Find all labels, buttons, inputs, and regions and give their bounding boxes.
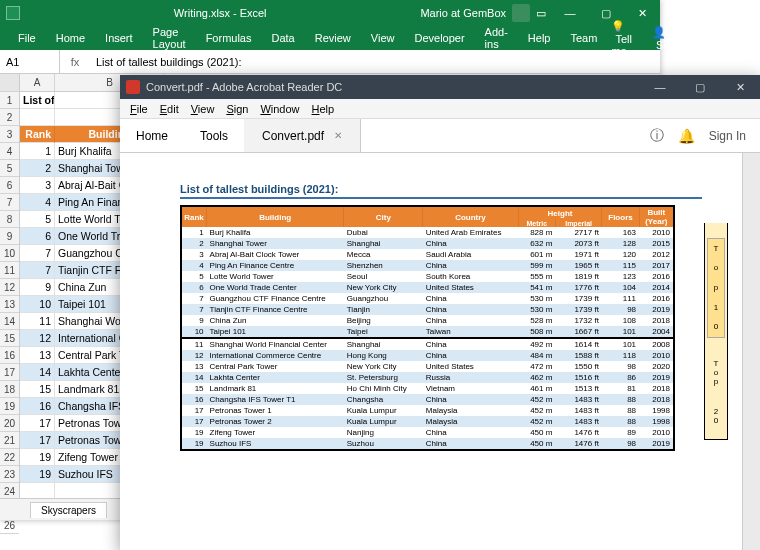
menu-file[interactable]: File	[124, 103, 154, 115]
row-header[interactable]: 18	[0, 381, 19, 398]
tab-help[interactable]: Help	[518, 32, 561, 44]
row-header[interactable]: 1	[0, 92, 19, 109]
cell[interactable]: 6	[20, 228, 55, 245]
row-header[interactable]: 11	[0, 262, 19, 279]
row-header[interactable]: 8	[0, 211, 19, 228]
cell[interactable]: Rank	[20, 126, 55, 143]
formula-bar[interactable]: List of tallest buildings (2021):	[90, 56, 660, 68]
close-tab-icon[interactable]: ✕	[334, 130, 342, 141]
cell[interactable]: 9	[20, 279, 55, 296]
tab-insert[interactable]: Insert	[95, 32, 143, 44]
row-header[interactable]: 7	[0, 194, 19, 211]
pdf-page[interactable]: List of tallest buildings (2021): Rank B…	[120, 153, 742, 550]
row-header[interactable]: 5	[0, 160, 19, 177]
tab-addins[interactable]: Add-ins	[475, 26, 518, 50]
help-icon[interactable]: ⓘ	[650, 127, 664, 145]
cell[interactable]: 3	[20, 177, 55, 194]
row-header[interactable]: 16	[0, 347, 19, 364]
tab-home[interactable]: Home	[46, 32, 95, 44]
cell[interactable]: 4	[20, 194, 55, 211]
cell[interactable]: 19	[20, 449, 55, 466]
table-row: 1Burj KhalifaDubaiUnited Arab Emirates 8…	[181, 227, 674, 238]
ribbon-options-icon[interactable]: ▭	[536, 7, 546, 20]
menu-sign[interactable]: Sign	[220, 103, 254, 115]
tab-page-layout[interactable]: Page Layout	[143, 26, 196, 50]
cell[interactable]: 19	[20, 466, 55, 483]
cell[interactable]: 1	[20, 143, 55, 160]
minimize-button[interactable]: —	[552, 0, 588, 26]
home-button[interactable]: Home	[120, 119, 184, 152]
th-metric: Metric	[518, 219, 555, 227]
cell[interactable]: 5	[20, 211, 55, 228]
cell[interactable]: 17	[20, 415, 55, 432]
table-row: 11Shanghai World Financial CenterShangha…	[181, 338, 674, 350]
row-header[interactable]: 3	[0, 126, 19, 143]
table-row: 9China ZunBeijingChina 528 m1732 ft10820…	[181, 315, 674, 326]
row-header[interactable]: 2	[0, 109, 19, 126]
table-row: 7Guangzhou CTF Finance CentreGuangzhouCh…	[181, 293, 674, 304]
table-row: 13Central Park TowerNew York CityUnited …	[181, 361, 674, 372]
table-row: 12International Commerce CentreHong Kong…	[181, 350, 674, 361]
sheet-tab[interactable]: Skyscrapers	[30, 502, 107, 518]
row-header[interactable]: 14	[0, 313, 19, 330]
cell[interactable]: 15	[20, 381, 55, 398]
row-header[interactable]: 6	[0, 177, 19, 194]
row-header[interactable]: 22	[0, 449, 19, 466]
th-floors: Floors	[602, 206, 639, 227]
cell[interactable]: 13	[20, 347, 55, 364]
tab-developer[interactable]: Developer	[404, 32, 474, 44]
table-row: 17Petronas Tower 2Kuala LumpurMalaysia 4…	[181, 416, 674, 427]
tab-formulas[interactable]: Formulas	[196, 32, 262, 44]
cell[interactable]: 17	[20, 432, 55, 449]
cell[interactable]: 7	[20, 245, 55, 262]
tools-pane-collapsed[interactable]	[742, 153, 760, 550]
bell-icon[interactable]: 🔔	[678, 128, 695, 144]
menu-edit[interactable]: Edit	[154, 103, 185, 115]
row-header[interactable]: 21	[0, 432, 19, 449]
pdf-title: List of tallest buildings (2021):	[180, 183, 702, 199]
tools-button[interactable]: Tools	[184, 119, 244, 152]
row-header[interactable]: 9	[0, 228, 19, 245]
tab-file[interactable]: File	[8, 32, 46, 44]
menu-window[interactable]: Window	[254, 103, 305, 115]
side-char: p	[705, 377, 727, 386]
cell[interactable]: 16	[20, 398, 55, 415]
share-button[interactable]: 👤 Share	[648, 26, 693, 51]
menu-help[interactable]: Help	[306, 103, 341, 115]
menu-view[interactable]: View	[185, 103, 221, 115]
row-header[interactable]: 15	[0, 330, 19, 347]
tab-team[interactable]: Team	[560, 32, 607, 44]
th-building: Building	[207, 206, 344, 227]
row-header[interactable]: 10	[0, 245, 19, 262]
cell[interactable]: List of tallest buildings (2021):	[20, 92, 55, 109]
cell[interactable]: 14	[20, 364, 55, 381]
row-header[interactable]: 12	[0, 279, 19, 296]
cell[interactable]: 2	[20, 160, 55, 177]
maximize-button[interactable]: ▢	[680, 75, 720, 99]
row-header[interactable]: 13	[0, 296, 19, 313]
document-tab[interactable]: Convert.pdf ✕	[244, 119, 361, 152]
th-rank: Rank	[181, 206, 207, 227]
cell[interactable]: 10	[20, 296, 55, 313]
cell[interactable]: 12	[20, 330, 55, 347]
tell-me-button[interactable]: 💡 Tell me	[607, 20, 636, 57]
row-header[interactable]: 20	[0, 415, 19, 432]
tab-view[interactable]: View	[361, 32, 405, 44]
user-avatar-icon[interactable]	[512, 4, 530, 22]
select-all-triangle[interactable]	[0, 74, 19, 92]
sign-in-button[interactable]: Sign In	[709, 129, 746, 143]
table-row: 17Petronas Tower 1Kuala LumpurMalaysia 4…	[181, 405, 674, 416]
row-header[interactable]: 17	[0, 364, 19, 381]
close-button[interactable]: ✕	[720, 75, 760, 99]
row-header[interactable]: 23	[0, 466, 19, 483]
row-header[interactable]: 4	[0, 143, 19, 160]
fx-icon[interactable]: fx	[60, 56, 90, 68]
col-header-a[interactable]: A	[20, 74, 55, 91]
tab-review[interactable]: Review	[305, 32, 361, 44]
row-header[interactable]: 19	[0, 398, 19, 415]
tab-data[interactable]: Data	[261, 32, 304, 44]
cell[interactable]: 7	[20, 262, 55, 279]
cell[interactable]: 11	[20, 313, 55, 330]
minimize-button[interactable]: —	[640, 75, 680, 99]
name-box[interactable]: A1	[0, 50, 60, 73]
